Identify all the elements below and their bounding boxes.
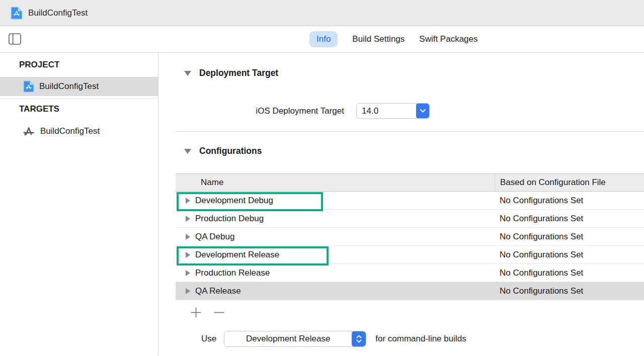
disclosure-closed-icon[interactable] <box>186 270 190 276</box>
disclosure-closed-icon[interactable] <box>186 234 190 240</box>
command-line-builds-row: Use Development Release for command-line… <box>201 331 466 347</box>
project-document-icon <box>11 6 23 20</box>
sidebar-section-targets: TARGETS <box>19 104 59 114</box>
ios-deployment-target-row: iOS Deployment Target 14.0 <box>158 103 430 119</box>
table-row[interactable]: Development Release No Configurations Se… <box>176 246 644 264</box>
config-based-on[interactable]: No Configurations Set <box>495 250 644 260</box>
sidebar-toggle-icon[interactable] <box>9 33 21 45</box>
config-based-on[interactable]: No Configurations Set <box>495 214 644 224</box>
table-row-selected[interactable]: QA Release No Configurations Set <box>176 282 644 300</box>
popup-value[interactable]: Development Release <box>224 331 352 346</box>
sidebar-item-project-buildconfigtest[interactable]: BuildConfigTest <box>0 77 158 96</box>
use-label: Use <box>201 334 216 344</box>
config-name: Production Debug <box>195 214 264 224</box>
command-line-config-popup[interactable]: Development Release <box>224 331 366 347</box>
app-target-icon <box>22 125 35 137</box>
project-navigator: PROJECT BuildConfigTest TARGETS <box>0 53 158 355</box>
section-divider <box>176 131 644 132</box>
editor-toolbar: Info Build Settings Swift Packages <box>0 26 644 53</box>
config-name: QA Debug <box>195 232 234 242</box>
disclosure-closed-icon[interactable] <box>186 198 190 204</box>
configurations-table-header: Name Based on Configuration File <box>176 174 644 192</box>
section-title: Configurations <box>199 146 262 156</box>
disclosure-open-icon[interactable] <box>184 149 191 154</box>
up-down-chevrons-icon[interactable] <box>352 331 366 347</box>
remove-configuration-button[interactable] <box>213 307 225 318</box>
sidebar-item-target-buildconfigtest[interactable]: BuildConfigTest <box>0 121 158 141</box>
configurations-table: Name Based on Configuration File Develop… <box>176 173 644 300</box>
disclosure-closed-icon[interactable] <box>186 252 190 258</box>
section-title: Deployment Target <box>199 68 278 78</box>
sidebar-divider <box>0 98 158 99</box>
editor-tabbar: Info Build Settings Swift Packages <box>309 26 478 52</box>
combobox-value[interactable]: 14.0 <box>357 104 416 118</box>
sidebar-item-label: BuildConfigTest <box>40 126 100 136</box>
sidebar-item-label: BuildConfigTest <box>39 81 99 92</box>
tab-info[interactable]: Info <box>309 31 338 47</box>
tab-swift-packages[interactable]: Swift Packages <box>419 31 477 47</box>
table-row[interactable]: Production Release No Configurations Set <box>176 264 644 282</box>
add-configuration-button[interactable] <box>190 307 202 318</box>
ios-deployment-target-label: iOS Deployment Target <box>158 106 344 116</box>
config-name: Development Debug <box>195 196 273 206</box>
config-based-on[interactable]: No Configurations Set <box>495 286 644 296</box>
window-titlebar: BuildConfigTest <box>0 0 644 26</box>
tab-build-settings[interactable]: Build Settings <box>352 31 405 47</box>
project-editor: Deployment Target iOS Deployment Target … <box>158 53 644 355</box>
config-based-on[interactable]: No Configurations Set <box>495 268 644 278</box>
config-name: Development Release <box>195 250 279 260</box>
column-header-name: Name <box>176 174 495 191</box>
window-title: BuildConfigTest <box>28 8 88 18</box>
config-name: QA Release <box>195 286 241 296</box>
config-name: Production Release <box>195 268 270 278</box>
chevron-down-icon[interactable] <box>416 103 430 119</box>
sidebar-section-project: PROJECT <box>19 60 59 70</box>
disclosure-closed-icon[interactable] <box>186 288 190 294</box>
disclosure-open-icon[interactable] <box>184 71 191 76</box>
project-document-icon <box>23 80 34 93</box>
configurations-toolbar <box>190 307 225 318</box>
table-row[interactable]: Production Debug No Configurations Set <box>176 210 644 228</box>
config-based-on[interactable]: No Configurations Set <box>495 196 644 206</box>
configurations-section-header: Configurations <box>184 146 262 156</box>
deployment-target-section-header: Deployment Target <box>184 68 278 78</box>
column-header-based-on: Based on Configuration File <box>495 174 644 191</box>
command-line-builds-label: for command-line builds <box>375 334 466 344</box>
disclosure-closed-icon[interactable] <box>186 216 190 222</box>
table-row[interactable]: Development Debug No Configurations Set <box>176 192 644 210</box>
table-row[interactable]: QA Debug No Configurations Set <box>176 228 644 246</box>
ios-deployment-target-combobox[interactable]: 14.0 <box>356 103 430 119</box>
config-based-on[interactable]: No Configurations Set <box>495 232 644 242</box>
